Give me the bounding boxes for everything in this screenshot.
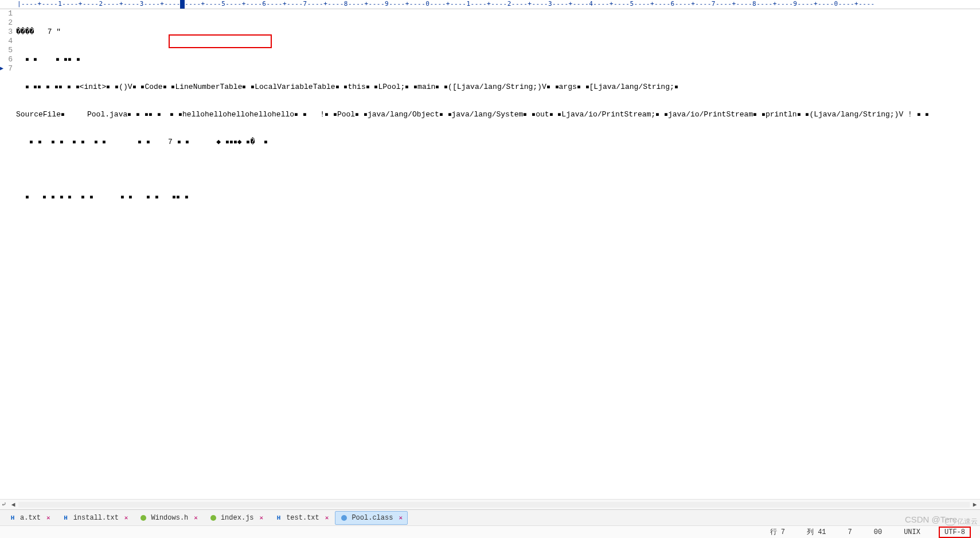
file-tab-test-txt[interactable]: H test.txt ✕	[270, 511, 334, 525]
js-file-icon	[209, 514, 217, 522]
line-number-gutter: 1 2 3 4 5 6 7 ▶	[0, 9, 16, 499]
status-char-code: 00	[870, 528, 885, 536]
file-tab-a-txt[interactable]: H a.txt ✕	[3, 511, 56, 525]
tab-label: test.txt	[286, 514, 319, 522]
horizontal-scroll-row: ⤶ ◀ ▶	[0, 499, 980, 509]
close-icon[interactable]: ✕	[257, 514, 264, 521]
status-selection-length: 7	[845, 528, 856, 536]
file-tab-windows-h[interactable]: Windows.h ✕	[134, 511, 202, 525]
status-row-value: 7	[781, 528, 785, 536]
close-icon[interactable]: ✕	[323, 514, 329, 521]
editor-content[interactable]: ���� 7 " ￭ ￭ ￭ ￭￭ ￭ ￭ ￭￭ ￭ ￭￭ ￭ ￭<init>￭…	[16, 9, 980, 499]
code-line: ￭ ￭ ￭ ￭￭ ￭	[16, 55, 980, 64]
tab-label: Windows.h	[151, 514, 188, 522]
code-line: SourceFile￭ Pool.java￭ ￭ ￭￭ ￭ ￭ ￭hellohe…	[16, 110, 980, 119]
code-line	[16, 165, 980, 174]
status-encoding[interactable]: UTF-8	[939, 527, 971, 538]
horizontal-scrollbar[interactable]	[18, 502, 970, 508]
close-icon[interactable]: ✕	[192, 514, 198, 521]
file-tab-index-js[interactable]: index.js ✕	[204, 511, 268, 525]
file-tab-bar: H a.txt ✕ H install.txt ✕ Windows.h ✕ in…	[0, 509, 980, 525]
status-bar: 行 7 列 41 7 00 UNIX UTF-8	[0, 525, 980, 538]
header-file-icon	[139, 514, 147, 522]
status-col-value: 41	[818, 528, 826, 536]
annotation-highlight-box	[169, 34, 272, 48]
current-line-marker-icon: ▶	[0, 64, 3, 73]
file-tab-pool-class[interactable]: Pool.class ✕	[335, 511, 408, 525]
text-file-icon: H	[62, 514, 70, 522]
status-col: 列 41	[803, 527, 830, 537]
line-number: 2	[0, 18, 13, 28]
line-number: 6	[0, 55, 13, 64]
tab-label: index.js	[221, 514, 254, 522]
close-icon[interactable]: ✕	[44, 514, 50, 521]
class-file-icon	[340, 514, 348, 522]
status-row-label: 行	[770, 528, 777, 536]
code-line: ���� 7 "	[16, 28, 980, 37]
column-ruler: |----+----1----+----2----+----3----+----…	[0, 0, 980, 9]
ruler-text: |----+----1----+----2----+----3----+----…	[17, 0, 875, 7]
scroll-right-button[interactable]: ▶	[970, 500, 980, 510]
code-line: ￭ ￭￭ ￭ ￭￭ ￭ ￭<init>￭ ￭()V￭ ￭Code￭ ￭LineN…	[16, 83, 980, 92]
file-tab-install-txt[interactable]: H install.txt ✕	[57, 511, 134, 525]
close-icon[interactable]: ✕	[122, 514, 128, 521]
line-wrap-toggle-icon[interactable]: ⤶	[0, 501, 8, 508]
line-number: 5	[0, 46, 13, 55]
status-line-ending[interactable]: UNIX	[900, 528, 924, 536]
code-line: ￭ ￭ ￭ ￭ ￭ ￭ ￭ ￭ ￭ ￭ 7 ￭ ￭ ◆ ￭￭￭◆ ￭� ￭	[16, 138, 980, 147]
status-col-label: 列	[807, 528, 814, 536]
line-number: 3	[0, 28, 13, 37]
tab-label: Pool.class	[352, 514, 393, 522]
line-number: 4	[0, 37, 13, 46]
ruler-cursor-marker	[180, 0, 185, 9]
text-file-icon: H	[9, 514, 17, 522]
editor-area: 1 2 3 4 5 6 7 ▶ ���� 7 " ￭ ￭ ￭ ￭￭ ￭ ￭ ￭￭…	[0, 9, 980, 499]
tab-label: install.txt	[73, 514, 119, 522]
status-row: 行 7	[767, 527, 788, 537]
scroll-left-button[interactable]: ◀	[8, 500, 18, 510]
code-line: ￭ ￭ ￭ ￭ ￭ ￭ ￭ ￭ ￭ ￭ ￭ ￭￭ ￭	[16, 193, 980, 202]
close-icon[interactable]: ✕	[396, 514, 403, 521]
text-file-icon: H	[275, 514, 283, 522]
tab-label: a.txt	[20, 514, 41, 522]
line-number: 1	[0, 9, 13, 18]
